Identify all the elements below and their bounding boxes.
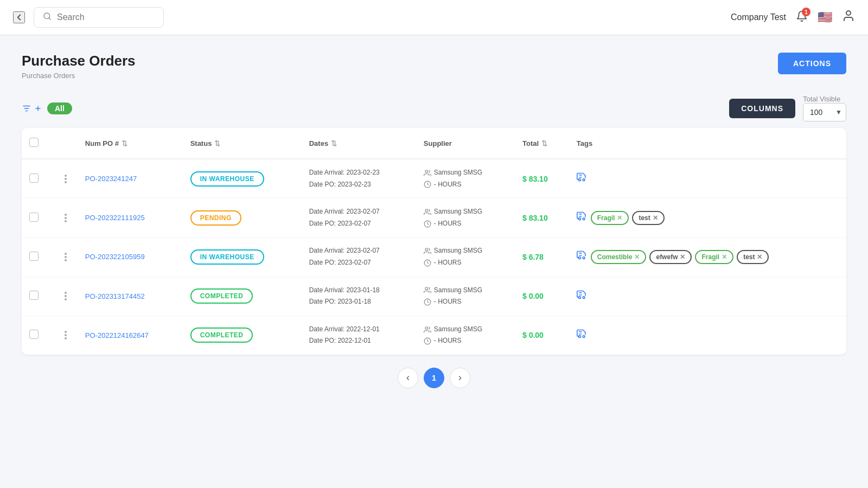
svg-point-8 [578,179,580,181]
row-menu-cell [54,277,78,316]
po-number-link[interactable]: PO-202313174452 [85,292,145,300]
filter-button[interactable] [22,104,42,113]
pagination: ‹ 1 › [22,368,846,388]
supplier-hours-row: - HOURS [424,179,507,191]
row-checkbox[interactable] [29,291,39,300]
row-dates-cell: Date Arrival: 2022-12-01 Date PO: 2022-1… [302,316,416,355]
th-total-label: Total [522,139,539,147]
tag-remove-icon[interactable]: ✕ [617,214,622,222]
th-tags-label: Tags [577,139,592,147]
supplier-name: Samsung SMSG [434,245,482,257]
date-po: Date PO: 2023-02-23 [309,179,409,191]
visible-count-select[interactable]: 100 50 25 [803,103,846,121]
row-menu-button[interactable] [62,331,70,339]
sort-icon-status: ⇅ [214,139,220,147]
row-supplier-cell: Samsung SMSG - HOURS [416,198,515,237]
th-supplier-label: Supplier [424,139,452,147]
row-checkbox-cell [22,159,54,198]
user-avatar[interactable] [842,9,855,25]
actions-button[interactable]: ACTIONS [778,53,846,74]
tag-remove-icon[interactable]: ✕ [653,214,658,222]
row-status-cell: PENDING [183,198,302,237]
svg-point-24 [578,335,580,337]
row-checkbox[interactable] [29,213,39,222]
svg-line-1 [49,18,50,20]
pagination-next[interactable]: › [450,368,470,388]
date-arrival: Date Arrival: 2023-01-18 [309,285,409,297]
table-row: PO-202322105959 IN WAREHOUSE Date Arriva… [22,237,846,277]
row-status-cell: IN WAREHOUSE [183,237,302,277]
th-dates-sort[interactable]: Dates ⇅ [309,139,337,147]
back-button[interactable] [13,11,25,23]
th-total-sort[interactable]: Total ⇅ [522,139,547,147]
pagination-page-1[interactable]: 1 [424,368,444,388]
tag-remove-icon[interactable]: ✕ [757,253,762,261]
po-number-link[interactable]: PO-202322105959 [85,253,145,261]
svg-point-20 [578,296,580,298]
row-menu-button[interactable] [62,292,70,300]
po-number-link[interactable]: PO-2022124162647 [85,331,149,339]
visible-count-select-wrap: 100 50 25 ▼ [803,103,846,121]
svg-point-2 [846,11,851,15]
th-status-sort[interactable]: Status ⇅ [190,139,221,147]
tag-remove-icon[interactable]: ✕ [634,253,640,261]
ship-icon[interactable] [577,172,588,185]
total-value: $ 83.10 [522,175,548,183]
svg-point-7 [583,179,585,181]
row-menu-button[interactable] [62,253,70,261]
row-total-cell: $ 0.00 [515,316,569,355]
row-menu-button[interactable] [62,214,70,222]
tag-remove-icon[interactable]: ✕ [680,253,685,261]
svg-point-13 [425,248,428,251]
row-supplier-cell: Samsung SMSG - HOURS [416,277,515,316]
sort-icon-num-po: ⇅ [122,139,127,147]
select-all-checkbox[interactable] [29,138,39,147]
po-number-link[interactable]: PO-202322111925 [85,214,145,222]
supplier-people-icon [424,208,431,216]
clock-icon [424,220,431,228]
sort-icon-total: ⇅ [541,139,547,147]
supplier-hours: - HOURS [434,218,462,230]
row-tags-cell [569,277,846,316]
row-dates-cell: Date Arrival: 2023-01-18 Date PO: 2023-0… [302,277,416,316]
supplier-people-icon [424,326,431,333]
notification-button[interactable]: 1 [796,10,808,24]
row-checkbox[interactable] [29,330,39,339]
svg-point-19 [583,297,585,299]
status-badge: IN WAREHOUSE [190,171,264,187]
search-input[interactable] [57,12,155,22]
columns-button[interactable]: COLUMNS [729,99,795,118]
po-number-link[interactable]: PO-2023241247 [85,175,137,183]
ship-icon[interactable] [577,290,588,303]
all-filter-badge[interactable]: All [47,102,72,114]
ship-icon[interactable] [577,211,588,224]
svg-point-23 [583,336,585,338]
row-tags-cell: Fragil ✕test ✕ [569,198,846,237]
th-num-po-sort[interactable]: Num PO # ⇅ [85,139,127,147]
supplier-hours: - HOURS [434,179,462,191]
page-content: Purchase Orders Purchase Orders ACTIONS … [0,35,868,488]
toolbar-left: All [22,102,72,114]
svg-point-5 [425,170,428,173]
th-supplier: Supplier [416,128,515,159]
row-status-cell: IN WAREHOUSE [183,159,302,198]
tag-test: test ✕ [632,211,664,225]
ship-icon[interactable] [577,250,588,264]
total-value: $ 0.00 [522,292,544,300]
clock-icon [424,298,431,306]
row-checkbox[interactable] [29,252,39,261]
table-row: PO-2022124162647 COMPLETED Date Arrival:… [22,316,846,355]
supplier-hours: - HOURS [434,335,462,347]
tag-remove-icon[interactable]: ✕ [722,253,727,261]
supplier-people-icon [424,247,431,255]
toolbar-right: COLUMNS Total Visible 100 50 25 ▼ [729,95,846,121]
th-status: Status ⇅ [183,128,302,159]
language-flag[interactable]: 🇺🇸 [818,10,832,24]
th-checkbox [22,128,54,159]
pagination-prev[interactable]: ‹ [398,368,418,388]
row-menu-button[interactable] [62,175,70,183]
row-checkbox[interactable] [29,174,39,183]
ship-icon[interactable] [577,329,588,342]
tag-fragil: Fragil ✕ [695,250,733,264]
company-name: Company Test [731,12,786,22]
